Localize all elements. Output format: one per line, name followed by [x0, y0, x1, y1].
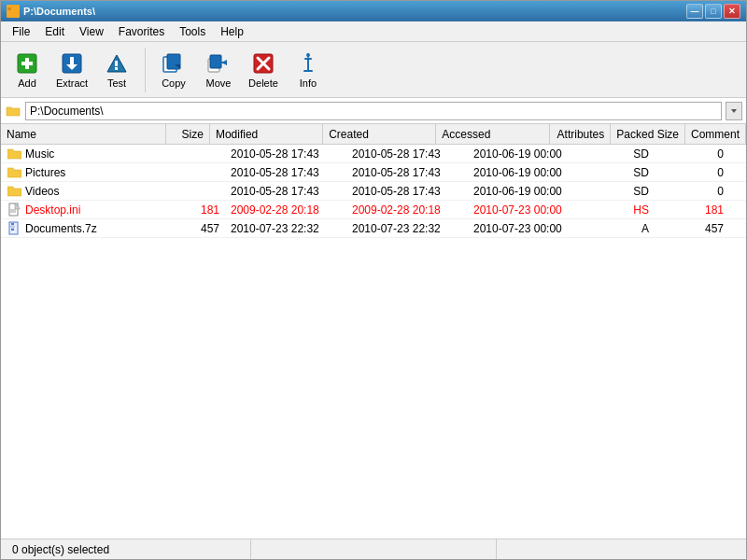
cell-name-desktopini: Desktop.ini	[1, 202, 178, 218]
menu-edit[interactable]: Edit	[37, 23, 72, 40]
app-icon	[7, 5, 20, 18]
file-list: Name Size Modified Created Accessed Attr…	[1, 124, 746, 539]
cell-packed-music: 0	[655, 147, 729, 161]
cell-created-pictures: 2010-05-28 17:43	[346, 165, 468, 180]
svg-marker-28	[731, 109, 737, 113]
svg-rect-11	[115, 67, 118, 70]
cell-packed-pictures: 0	[655, 165, 729, 180]
cell-created-documents7z: 2010-07-23 22:32	[346, 221, 468, 236]
col-header-attributes[interactable]: Attributes	[550, 124, 612, 144]
svg-rect-5	[21, 62, 33, 65]
status-text: 0 object(s) selected	[12, 543, 109, 556]
cell-comment-desktopini	[729, 209, 746, 211]
address-input[interactable]	[25, 102, 722, 120]
svg-rect-35	[11, 226, 14, 228]
cell-comment-documents7z	[729, 228, 746, 230]
svg-point-27	[306, 53, 310, 57]
move-icon	[205, 50, 232, 77]
menu-bar: File Edit View Favorites Tools Help	[1, 21, 746, 42]
cell-accessed-desktopini: 2010-07-23 00:00	[468, 203, 589, 217]
title-controls: — □ ✕	[686, 4, 740, 19]
cell-modified-documents7z: 2010-07-23 22:32	[225, 221, 346, 236]
minimize-button[interactable]: —	[686, 4, 703, 19]
col-header-comment[interactable]: Comment	[685, 124, 746, 144]
svg-rect-26	[303, 70, 313, 72]
cell-attr-videos: SD	[589, 184, 655, 199]
window-title: P:\Documents\	[23, 6, 95, 17]
col-header-created[interactable]: Created	[323, 124, 436, 144]
add-icon	[14, 50, 40, 77]
info-button[interactable]: Info	[288, 48, 329, 91]
add-label: Add	[18, 77, 36, 89]
cell-name-documents7z: Documents.7z	[1, 220, 178, 237]
copy-button[interactable]: Copy	[153, 48, 194, 91]
archive-icon	[7, 221, 21, 236]
cell-name-music: Music	[1, 146, 178, 162]
toolbar-sep-1	[145, 48, 146, 92]
maximize-button[interactable]: □	[705, 4, 722, 19]
col-header-modified[interactable]: Modified	[210, 124, 323, 144]
menu-view[interactable]: View	[72, 23, 111, 40]
table-row[interactable]: Pictures 2010-05-28 17:43 2010-05-28 17:…	[1, 163, 746, 182]
menu-favorites[interactable]: Favorites	[111, 23, 172, 40]
cell-accessed-documents7z: 2010-07-23 00:00	[468, 221, 589, 236]
cell-accessed-videos: 2010-06-19 00:00	[468, 184, 589, 199]
status-section-3	[497, 539, 740, 559]
address-bar	[1, 98, 746, 124]
cell-comment-videos	[729, 190, 746, 192]
cell-size-videos	[178, 190, 225, 192]
cell-modified-music: 2010-05-28 17:43	[225, 147, 346, 161]
file-list-header: Name Size Modified Created Accessed Attr…	[1, 124, 746, 145]
address-folder-icon	[5, 103, 21, 119]
cell-accessed-pictures: 2010-06-19 00:00	[468, 165, 589, 180]
test-icon	[104, 50, 130, 77]
address-dropdown[interactable]	[726, 102, 742, 120]
cell-attr-pictures: SD	[589, 165, 655, 180]
add-button[interactable]: Add	[7, 48, 48, 91]
cell-attr-documents7z: A	[589, 221, 655, 236]
info-label: Info	[300, 77, 317, 89]
table-row[interactable]: Music 2010-05-28 17:43 2010-05-28 17:43 …	[1, 145, 746, 163]
test-button[interactable]: Test	[96, 48, 137, 91]
table-row[interactable]: Videos 2010-05-28 17:43 2010-05-28 17:43…	[1, 182, 746, 201]
cell-comment-pictures	[729, 172, 746, 174]
svg-rect-10	[115, 61, 118, 66]
folder-icon	[7, 165, 21, 180]
main-window: P:\Documents\ — □ ✕ File Edit View Favor…	[0, 0, 747, 560]
menu-tools[interactable]: Tools	[172, 23, 213, 40]
col-header-size[interactable]: Size	[166, 124, 210, 144]
col-header-packed-size[interactable]: Packed Size	[611, 124, 685, 144]
cell-name-videos: Videos	[1, 183, 178, 200]
folder-icon	[7, 147, 21, 161]
cell-attr-desktopini: HS	[589, 203, 655, 217]
title-bar: P:\Documents\ — □ ✕	[1, 1, 746, 21]
cell-modified-videos: 2010-05-28 17:43	[225, 184, 346, 199]
svg-rect-34	[11, 223, 14, 225]
table-row[interactable]: Desktop.ini 181 2009-02-28 20:18 2009-02…	[1, 201, 746, 219]
cell-name-pictures: Pictures	[1, 164, 178, 181]
cell-accessed-music: 2010-06-19 00:00	[468, 147, 589, 161]
cell-modified-pictures: 2010-05-28 17:43	[225, 165, 346, 180]
menu-help[interactable]: Help	[213, 23, 251, 40]
cell-packed-desktopini: 181	[655, 203, 729, 217]
copy-label: Copy	[162, 77, 186, 89]
cell-created-music: 2010-05-28 17:43	[346, 147, 468, 161]
table-row[interactable]: Documents.7z 457 2010-07-23 22:32 2010-0…	[1, 219, 746, 238]
col-header-accessed[interactable]: Accessed	[436, 124, 549, 144]
copy-icon	[161, 50, 187, 77]
cell-size-desktopini: 181	[178, 203, 225, 217]
extract-button[interactable]: Extract	[51, 48, 92, 91]
svg-rect-36	[11, 229, 14, 231]
status-bar: 0 object(s) selected	[1, 539, 746, 559]
file-list-body: Music 2010-05-28 17:43 2010-05-28 17:43 …	[1, 145, 746, 539]
close-button[interactable]: ✕	[724, 4, 740, 19]
test-label: Test	[107, 77, 126, 89]
col-header-name[interactable]: Name	[1, 124, 166, 144]
move-button[interactable]: Move	[198, 48, 239, 91]
cell-comment-music	[729, 153, 746, 155]
menu-file[interactable]: File	[5, 23, 37, 40]
delete-button[interactable]: Delete	[243, 48, 284, 91]
folder-icon	[7, 184, 21, 199]
status-selected: 0 object(s) selected	[7, 539, 251, 559]
svg-rect-2	[7, 7, 11, 10]
